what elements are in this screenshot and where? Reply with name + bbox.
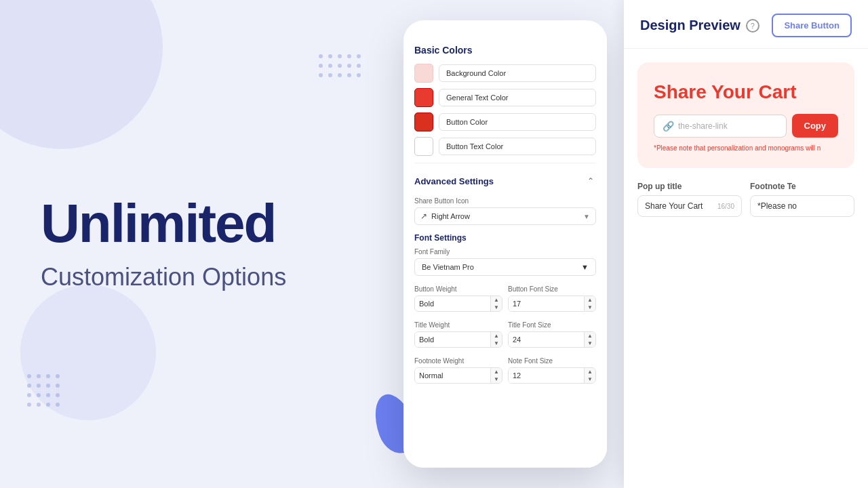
button-weight-up[interactable]: ▲ <box>491 296 502 304</box>
color-row-general-text: General Text Color <box>414 88 596 107</box>
footnote-weight-input[interactable]: Normal Bold Light ▲ ▼ <box>414 367 502 384</box>
title-weight-input[interactable]: Bold Normal Light ▲ ▼ <box>414 331 502 348</box>
share-link-row: 🔗 the-share-link Copy <box>654 114 838 138</box>
footnote-input[interactable]: *Please no <box>750 195 854 217</box>
footnote-label: Footnote Te <box>750 182 854 191</box>
color-swatch-general-text[interactable] <box>414 88 433 107</box>
title-weight-select[interactable]: Bold Normal Light <box>415 332 490 347</box>
popup-title-field: Pop up title Share Your Cart 16/30 <box>637 182 742 217</box>
note-font-size-group: Note Font Size 12 ▲ ▼ <box>508 352 596 384</box>
link-placeholder-text: the-share-link <box>678 121 728 131</box>
icon-value-text: Right Arrow <box>431 212 579 220</box>
share-link-input[interactable]: 🔗 the-share-link <box>654 115 787 138</box>
general-text-color-button[interactable]: General Text Color <box>439 89 596 106</box>
help-icon[interactable]: ? <box>746 19 760 33</box>
link-icon: 🔗 <box>663 121 674 131</box>
color-row-button: Button Color <box>414 113 596 131</box>
button-weight-group: Button Weight Bold Normal Light ▲ ▼ <box>414 280 502 312</box>
note-font-size-down[interactable]: ▼ <box>585 375 595 383</box>
title-weight-up[interactable]: ▲ <box>491 332 502 340</box>
color-row-background: Background Color <box>414 64 596 83</box>
divider-1 <box>414 163 596 163</box>
button-weight-input[interactable]: Bold Normal Light ▲ ▼ <box>414 296 502 312</box>
title-weight-size-row: Title Weight Bold Normal Light ▲ ▼ Title… <box>414 316 596 348</box>
note-font-size-value: 12 <box>509 368 584 383</box>
button-weight-down[interactable]: ▼ <box>491 304 502 311</box>
button-weight-label: Button Weight <box>414 285 502 293</box>
note-font-size-label: Note Font Size <box>508 357 596 365</box>
share-button-icon-select[interactable]: ↗ Right Arrow ▼ <box>414 207 596 225</box>
footnote-weight-arrows: ▲ ▼ <box>490 368 502 383</box>
note-font-size-input[interactable]: 12 ▲ ▼ <box>508 367 596 384</box>
cart-note-text: *Please note that personalization and mo… <box>654 144 838 152</box>
hero-subtitle: Customization Options <box>41 263 380 291</box>
button-weight-select[interactable]: Bold Normal Light <box>415 296 490 311</box>
button-text-color-button[interactable]: Button Text Color <box>439 138 596 155</box>
share-button-icon-label: Share Button Icon <box>414 197 596 205</box>
cart-preview-title: Share Your Cart <box>654 81 838 103</box>
title-weight-arrows: ▲ ▼ <box>490 332 502 347</box>
button-font-size-group: Button Font Size 17 ▲ ▼ <box>508 280 596 312</box>
button-font-size-down[interactable]: ▼ <box>585 304 595 311</box>
chevron-up-icon[interactable]: ⌃ <box>585 176 596 186</box>
popup-title-value: Share Your Cart <box>645 201 703 211</box>
font-family-value: Be Vietnam Pro <box>422 263 474 271</box>
font-family-label: Font Family <box>414 248 596 256</box>
popup-title-label: Pop up title <box>637 182 742 191</box>
button-color-button[interactable]: Button Color <box>439 113 596 131</box>
cart-preview-card: Share Your Cart 🔗 the-share-link Copy *P… <box>637 62 854 168</box>
advanced-settings-header[interactable]: Advanced Settings ⌃ <box>414 170 596 192</box>
title-font-size-up[interactable]: ▲ <box>585 332 595 340</box>
footnote-field: Footnote Te *Please no <box>750 182 854 217</box>
preview-header: Design Preview ? Share Button <box>624 0 868 49</box>
button-weight-size-row: Button Weight Bold Normal Light ▲ ▼ Butt… <box>414 280 596 312</box>
title-font-size-value: 24 <box>509 332 584 347</box>
title-weight-label: Title Weight <box>414 321 502 329</box>
title-font-size-down[interactable]: ▼ <box>585 340 595 347</box>
button-font-size-up[interactable]: ▲ <box>585 296 595 304</box>
title-font-size-label: Title Font Size <box>508 321 596 329</box>
advanced-settings-title: Advanced Settings <box>414 176 494 186</box>
phone-mockup: Basic Colors Background Color General Te… <box>403 20 607 468</box>
copy-button[interactable]: Copy <box>792 114 839 138</box>
hero-section: Unlimited Customization Options <box>41 197 380 291</box>
chevron-down-icon-font: ▼ <box>581 263 589 271</box>
font-family-select[interactable]: Be Vietnam Pro ▼ <box>414 258 596 276</box>
dots-bottom-left <box>27 374 60 407</box>
popup-title-input[interactable]: Share Your Cart 16/30 <box>637 195 742 217</box>
preview-panel: Design Preview ? Share Button Share Your… <box>624 0 868 488</box>
share-button-preview[interactable]: Share Button <box>772 14 852 37</box>
footnote-weight-size-row: Footnote Weight Normal Bold Light ▲ ▼ No… <box>414 352 596 384</box>
footnote-weight-label: Footnote Weight <box>414 357 502 365</box>
footnote-weight-down[interactable]: ▼ <box>491 375 502 383</box>
title-font-size-group: Title Font Size 24 ▲ ▼ <box>508 316 596 348</box>
color-row-button-text: Button Text Color <box>414 137 596 156</box>
button-font-size-arrows: ▲ ▼ <box>584 296 595 311</box>
hero-title: Unlimited <box>41 197 380 251</box>
color-swatch-background[interactable] <box>414 64 433 83</box>
popup-title-char-count: 16/30 <box>717 203 734 210</box>
background-color-button[interactable]: Background Color <box>439 64 596 82</box>
bg-circle-2 <box>20 285 156 420</box>
help-icon-symbol: ? <box>751 22 755 30</box>
share-icon: ↗ <box>420 211 427 221</box>
title-weight-down[interactable]: ▼ <box>491 340 502 347</box>
bg-circle-1 <box>0 0 163 149</box>
footnote-weight-up[interactable]: ▲ <box>491 368 502 375</box>
footnote-weight-group: Footnote Weight Normal Bold Light ▲ ▼ <box>414 352 502 384</box>
chevron-down-icon: ▼ <box>583 213 590 220</box>
note-font-size-up[interactable]: ▲ <box>585 368 595 375</box>
title-font-size-arrows: ▲ ▼ <box>584 332 595 347</box>
dots-top <box>319 54 361 77</box>
preview-title-row: Design Preview ? <box>640 18 760 33</box>
basic-colors-title: Basic Colors <box>414 45 596 56</box>
preview-title: Design Preview <box>640 18 741 33</box>
title-font-size-input[interactable]: 24 ▲ ▼ <box>508 331 596 348</box>
title-weight-group: Title Weight Bold Normal Light ▲ ▼ <box>414 316 502 348</box>
button-weight-arrows: ▲ ▼ <box>490 296 502 311</box>
color-swatch-button[interactable] <box>414 113 433 131</box>
button-font-size-input[interactable]: 17 ▲ ▼ <box>508 296 596 312</box>
settings-panel: Basic Colors Background Color General Te… <box>403 34 607 468</box>
footnote-weight-select[interactable]: Normal Bold Light <box>415 368 490 383</box>
color-swatch-button-text[interactable] <box>414 137 433 156</box>
